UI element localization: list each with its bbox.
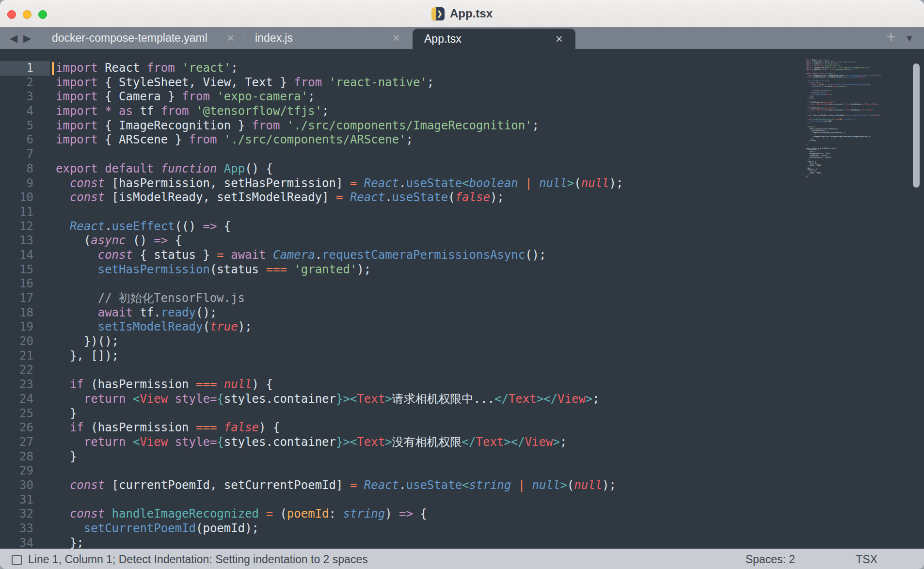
line-number: 13 — [0, 234, 50, 248]
code-line — [56, 363, 623, 378]
status-square-icon — [12, 555, 22, 565]
line-number: 23 — [0, 378, 50, 392]
line-number: 17 — [0, 291, 50, 306]
code-line: import * as tf from '@tensorflow/tfjs'; — [56, 104, 623, 119]
tab-docker-compose-template-yaml[interactable]: docker-compose-template.yaml × — [41, 27, 244, 49]
code-line: const [currentPoemId, setCurrentPoemId] … — [806, 115, 881, 117]
code-editor[interactable]: 1234567891011121314151617181920212223242… — [0, 49, 924, 549]
code-line: return <View style={styles.container}><T… — [806, 103, 881, 105]
code-line — [56, 147, 623, 162]
status-message: Line 1, Column 1; Detect Indentation: Se… — [28, 549, 368, 569]
line-number: 7 — [0, 147, 50, 162]
line-number: 6 — [0, 133, 50, 147]
tab-overflow-dropdown-icon[interactable]: ▼ — [905, 28, 914, 49]
line-number: 24 — [0, 392, 50, 407]
line-number: 28 — [0, 450, 50, 464]
code-content: import React from 'react';import { Style… — [806, 59, 881, 178]
line-number: 15 — [0, 263, 50, 277]
code-line: if (hasPermission === null) { — [56, 378, 623, 392]
line-number: 14 — [0, 248, 50, 263]
minimap[interactable]: import React from 'react';import { Style… — [806, 59, 881, 539]
code-line: const [hasPermission, setHasPermission] … — [56, 176, 623, 191]
statusbar: Line 1, Column 1; Detect Indentation: Se… — [0, 549, 924, 569]
code-line: const { status } = await Camera.requestC… — [56, 248, 623, 263]
scrollbar-thumb[interactable] — [913, 63, 920, 188]
line-number: 4 — [0, 104, 50, 119]
minimap-line: }); — [806, 176, 881, 178]
code-line: setIsModelReady(true); — [56, 320, 623, 334]
code-line — [56, 493, 623, 507]
code-line: (async () => { — [56, 234, 623, 248]
line-number: 9 — [0, 176, 50, 191]
app-window: ❯ App.tsx ◀ ▶ docker-compose-template.ya… — [0, 0, 924, 569]
tabbar: ◀ ▶ docker-compose-template.yaml × index… — [0, 27, 924, 49]
titlebar: ❯ App.tsx — [0, 0, 924, 28]
code-line: })(); — [56, 334, 623, 349]
line-number: 3 — [0, 90, 50, 104]
code-line: setHasPermission(status === 'granted'); — [56, 263, 623, 277]
line-number: 10 — [0, 190, 50, 205]
tab-close-icon[interactable]: × — [393, 27, 400, 49]
code-line — [56, 205, 623, 220]
text-caret — [52, 62, 54, 75]
code-line: return <View style={styles.container}><T… — [56, 435, 623, 450]
tab-close-icon[interactable]: × — [227, 27, 234, 49]
tab-label: index.js — [255, 27, 293, 49]
line-number: 34 — [0, 536, 50, 549]
line-number: 33 — [0, 522, 50, 536]
line-number: 16 — [0, 277, 50, 291]
minimap-line: <ImageRecognition onImageRecognized={han… — [806, 136, 881, 138]
line-number: 20 — [0, 334, 50, 349]
code-line: React.useEffect(() => { — [56, 220, 623, 234]
code-content: import React from 'react';import { Style… — [56, 61, 623, 549]
tab-close-icon[interactable]: × — [556, 29, 563, 49]
code-line: import React from 'react'; — [56, 61, 623, 76]
line-number: 31 — [0, 493, 50, 507]
line-number: 25 — [0, 407, 50, 421]
minimap-content: import React from 'react';import { Style… — [806, 59, 881, 178]
tab-app-tsx[interactable]: App.tsx × — [413, 29, 575, 49]
indentation-setting[interactable]: Spaces: 2 — [746, 549, 795, 569]
code-line: } — [56, 450, 623, 464]
back-arrow-icon[interactable]: ◀ — [10, 27, 17, 49]
tab-index-js[interactable]: index.js × — [244, 27, 410, 49]
app-icon: ❯ — [431, 7, 445, 20]
line-number: 30 — [0, 478, 50, 493]
line-number: 2 — [0, 76, 50, 90]
code-line: const [currentPoemId, setCurrentPoemId] … — [56, 478, 623, 493]
code-line: } — [56, 407, 623, 421]
line-number: 32 — [0, 507, 50, 522]
code-line: await tf.ready(); — [56, 306, 623, 320]
new-tab-button[interactable]: + — [886, 26, 896, 47]
code-line — [56, 464, 623, 478]
line-number: 5 — [0, 119, 50, 133]
line-number: 18 — [0, 306, 50, 320]
code-line: export default function App() { — [56, 162, 623, 176]
code-line: return <View style={styles.container}><T… — [56, 392, 623, 407]
code-line: }; — [56, 536, 623, 549]
line-number-gutter: 1234567891011121314151617181920212223242… — [0, 61, 50, 549]
tab-label: App.tsx — [424, 29, 462, 49]
code-line: const handleImageRecognized = (poemId: s… — [56, 507, 623, 522]
line-number: 21 — [0, 349, 50, 364]
forward-arrow-icon[interactable]: ▶ — [23, 27, 31, 49]
title-group: ❯ App.tsx — [0, 0, 924, 27]
line-number: 26 — [0, 421, 50, 435]
syntax-setting[interactable]: TSX — [856, 549, 877, 569]
line-number: 22 — [0, 363, 50, 378]
code-line: setCurrentPoemId(poemId); — [56, 522, 623, 536]
tab-label: docker-compose-template.yaml — [52, 27, 207, 49]
code-line: import { ImageRecognition } from './src/… — [56, 119, 623, 133]
line-number: 19 — [0, 320, 50, 334]
line-number: 27 — [0, 435, 50, 450]
code-line: const [isModelReady, setIsModelReady] = … — [56, 190, 623, 205]
line-number: 1 — [0, 61, 50, 76]
window-title: App.tsx — [450, 7, 493, 20]
code-line: import { ARScene } from './src/component… — [56, 133, 623, 147]
code-line: return <View style={styles.container}><T… — [806, 109, 881, 111]
code-line: import { StyleSheet, View, Text } from '… — [56, 76, 623, 90]
app-icon-glyph: ❯ — [437, 10, 443, 17]
line-number: 12 — [0, 220, 50, 234]
code-line: // 初始化TensorFlow.js — [56, 291, 623, 306]
line-number: 8 — [0, 162, 50, 176]
